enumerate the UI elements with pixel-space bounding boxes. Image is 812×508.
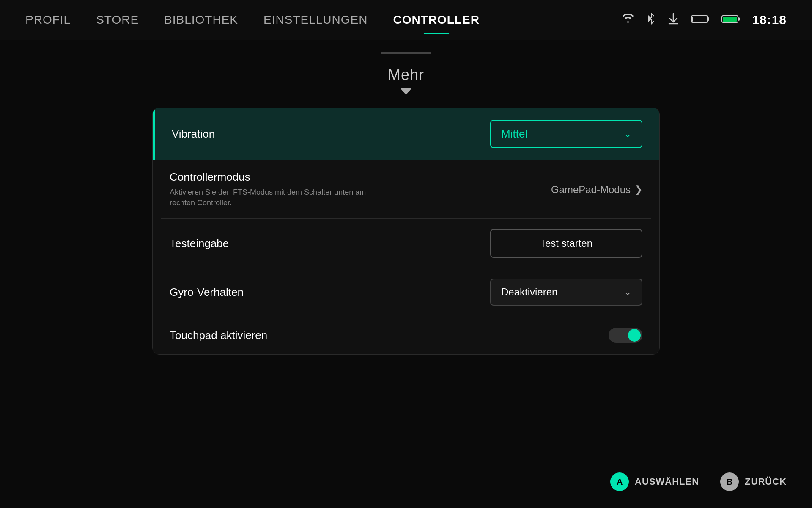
a-button-action: AUSWÄHLEN [635,476,699,487]
controllermodus-sublabel: Aktivieren Sie den FTS-Modus mit dem Sch… [170,187,381,208]
a-button-group[interactable]: A AUSWÄHLEN [610,472,699,491]
testeingabe-label: Testeingabe [170,237,229,250]
nav-controller[interactable]: CONTROLLER [393,13,479,27]
toggle-track[interactable] [609,328,642,343]
battery-full-icon [721,14,740,27]
bluetooth-icon [646,12,656,28]
vibration-row: Vibration Mittel ⌄ [153,108,659,160]
b-button-label: B [727,477,732,487]
b-button-circle: B [720,472,739,491]
b-button-group[interactable]: B ZURÜCK [720,472,787,491]
gyro-chevron-down-icon: ⌄ [624,287,631,298]
main-content: Mehr Vibration Mittel ⌄ Controllermodus … [0,40,812,355]
testeingabe-row: Testeingabe Test starten [153,219,659,268]
vibration-chevron-down-icon: ⌄ [624,129,631,140]
svg-rect-1 [708,17,709,21]
mehr-title: Mehr [388,66,424,84]
controllermodus-value[interactable]: GamePad-Modus ❯ [551,184,642,196]
a-button-label: A [617,477,623,487]
gyro-value: Deaktivieren [501,286,557,298]
mehr-section: Mehr [388,66,424,95]
svg-rect-4 [738,17,740,21]
vibration-value: Mittel [501,127,527,141]
settings-panel: Vibration Mittel ⌄ Controllermodus Aktiv… [152,108,660,355]
gyro-label: Gyro-Verhalten [170,286,244,299]
test-starten-button[interactable]: Test starten [490,229,642,258]
svg-rect-2 [692,17,693,22]
bottom-bar: A AUSWÄHLEN B ZURÜCK [610,472,787,491]
toggle-thumb [628,329,641,342]
scroll-bar [381,52,431,54]
controllermodus-value-text: GamePad-Modus [551,184,631,196]
svg-rect-0 [691,16,708,22]
gyro-dropdown[interactable]: Deaktivieren ⌄ [490,279,642,306]
touchpad-label: Touchpad aktivieren [170,329,267,342]
mehr-chevron-down-icon [400,88,412,95]
touchpad-toggle[interactable] [609,328,642,343]
scroll-indicator-top [381,52,431,58]
b-button-action: ZURÜCK [745,476,787,487]
controllermodus-label-group: Controllermodus Aktivieren Sie den FTS-M… [170,171,381,208]
svg-rect-5 [723,17,737,22]
vibration-dropdown[interactable]: Mittel ⌄ [490,120,642,148]
controllermodus-chevron-right-icon: ❯ [635,184,642,195]
touchpad-row: Touchpad aktivieren [153,316,659,354]
battery-empty-icon [691,14,710,27]
clock: 18:18 [752,13,787,27]
gyro-row: Gyro-Verhalten Deaktivieren ⌄ [153,268,659,316]
vibration-label: Vibration [172,127,215,141]
nav-profil[interactable]: PROFIL [25,13,71,27]
a-button-circle: A [610,472,629,491]
nav-links: PROFIL STORE BIBLIOTHEK EINSTELLUNGEN CO… [25,13,480,27]
nav-bibliothek[interactable]: BIBLIOTHEK [164,13,238,27]
controllermodus-row: Controllermodus Aktivieren Sie den FTS-M… [153,160,659,218]
wifi-icon [622,14,634,27]
top-navigation: PROFIL STORE BIBLIOTHEK EINSTELLUNGEN CO… [0,0,812,40]
controllermodus-label: Controllermodus [170,171,381,184]
download-icon [667,13,679,28]
nav-store[interactable]: STORE [96,13,139,27]
nav-einstellungen[interactable]: EINSTELLUNGEN [263,13,368,27]
nav-right-icons: 18:18 [622,12,787,28]
